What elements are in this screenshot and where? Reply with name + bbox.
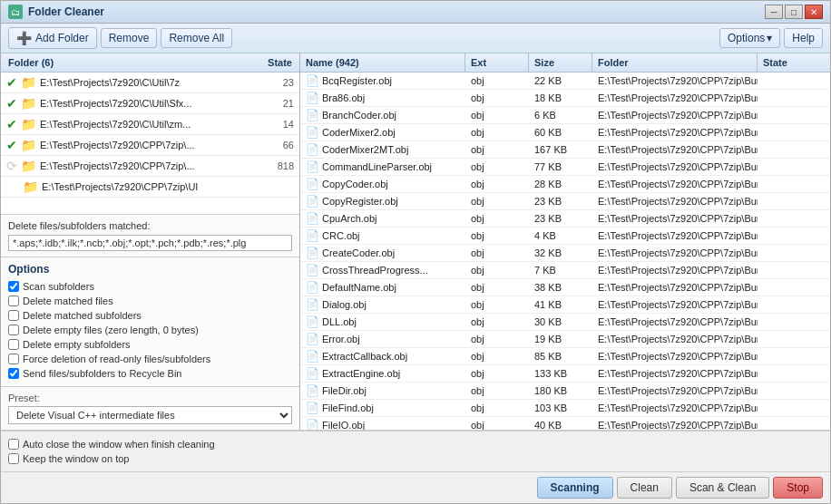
list-item[interactable]: ✔ 📁 E:\Test\Projects\7z920\C\Util\Sfx...… — [1, 93, 299, 114]
table-row[interactable]: 📄DefaultName.obj obj 38 KB E:\Test\Proje… — [300, 279, 830, 296]
check-icon: ✔ — [6, 138, 17, 152]
file-name-cell: 📄CopyRegister.obj — [300, 193, 465, 209]
table-row[interactable]: 📄FileDir.obj obj 180 KB E:\Test\Projects… — [300, 383, 830, 400]
help-button[interactable]: Help — [784, 28, 823, 48]
file-name-cell: 📄BranchCoder.obj — [300, 107, 465, 123]
file-folder-cell: E:\Test\Projects\7z920\CPP\7zip\Bundle..… — [592, 210, 758, 227]
minimize-button[interactable]: ─ — [765, 5, 783, 19]
file-state-cell — [758, 417, 830, 430]
list-item[interactable]: 📁 E:\Test\Projects\7z920\CPP\7zip\UI — [1, 177, 299, 198]
stop-button[interactable]: Stop — [773, 477, 823, 499]
table-row[interactable]: 📄FileFind.obj obj 103 KB E:\Test\Project… — [300, 400, 830, 417]
scan-clean-button[interactable]: Scan & Clean — [676, 477, 769, 499]
spinner-icon: ⟳ — [6, 159, 17, 173]
delete-empty-files-checkbox[interactable] — [8, 325, 19, 335]
table-row[interactable]: 📄CrossThreadProgress... obj 7 KB E:\Test… — [300, 262, 830, 279]
table-row[interactable]: 📄CoderMixer2MT.obj obj 167 KB E:\Test\Pr… — [300, 141, 830, 159]
col-folder-header[interactable]: Folder — [592, 53, 758, 72]
action-buttons: Scanning Clean Scan & Clean Stop — [537, 477, 823, 499]
options-label: Options — [728, 32, 765, 44]
delete-section: Delete files/subfolders matched: — [1, 215, 299, 257]
toolbar-right: Options ▾ Help — [719, 28, 823, 48]
keep-on-top-checkbox[interactable] — [8, 453, 19, 464]
file-state-cell — [758, 193, 830, 209]
file-ext-cell: obj — [465, 383, 529, 399]
file-folder-cell: E:\Test\Projects\7z920\CPP\7zip\Bundle..… — [592, 245, 758, 261]
list-item[interactable]: ✔ 📁 E:\Test\Projects\7z920\CPP\7zip\... … — [1, 135, 299, 156]
table-row[interactable]: 📄CommandLineParser.obj obj 77 KB E:\Test… — [300, 159, 830, 176]
file-state-cell — [758, 210, 830, 227]
force-deletion-checkbox[interactable] — [8, 354, 19, 364]
option-item: Send files/subfolders to Recycle Bin — [8, 366, 292, 381]
file-state-cell — [758, 314, 830, 330]
folder-list: ✔ 📁 E:\Test\Projects\7z920\C\Util\7z 23 … — [1, 73, 299, 215]
table-row[interactable]: 📄CpuArch.obj obj 23 KB E:\Test\Projects\… — [300, 210, 830, 228]
table-row[interactable]: 📄ExtractEngine.obj obj 133 KB E:\Test\Pr… — [300, 365, 830, 383]
delete-label: Delete files/subfolders matched: — [8, 220, 292, 231]
folder-icon: 📁 — [21, 159, 36, 173]
table-row[interactable]: 📄Bra86.obj obj 18 KB E:\Test\Projects\7z… — [300, 90, 830, 107]
folder-icon: 📁 — [21, 117, 36, 131]
list-item[interactable]: ⟳ 📁 E:\Test\Projects\7z920\CPP\7zip\... … — [1, 156, 299, 177]
delete-matched-subfolders-checkbox[interactable] — [8, 310, 19, 321]
table-row[interactable]: 📄CopyCoder.obj obj 28 KB E:\Test\Project… — [300, 176, 830, 193]
file-name-cell: 📄Error.obj — [300, 331, 465, 347]
file-name-cell: 📄CreateCoder.obj — [300, 245, 465, 261]
file-state-cell — [758, 107, 830, 123]
file-state-cell — [758, 331, 830, 347]
col-size-header[interactable]: Size — [529, 53, 592, 72]
table-row[interactable]: 📄Error.obj obj 19 KB E:\Test\Projects\7z… — [300, 331, 830, 348]
file-ext-cell: obj — [465, 245, 529, 261]
bottom-area: Auto close the window when finish cleani… — [1, 430, 830, 503]
send-to-recycle-checkbox[interactable] — [8, 368, 19, 379]
col-ext-header[interactable]: Ext — [465, 53, 529, 72]
table-row[interactable]: 📄BcqRegister.obj obj 22 KB E:\Test\Proje… — [300, 73, 830, 90]
delete-empty-subfolders-checkbox[interactable] — [8, 339, 19, 350]
file-state-cell — [758, 90, 830, 106]
file-folder-cell: E:\Test\Projects\7z920\CPP\7zip\Bundle..… — [592, 141, 758, 158]
scanning-button[interactable]: Scanning — [537, 477, 613, 499]
file-icon: 📄 — [306, 178, 319, 190]
col-state-header[interactable]: State — [758, 53, 830, 72]
remove-all-button[interactable]: Remove All — [161, 28, 232, 48]
table-row[interactable]: 📄BranchCoder.obj obj 6 KB E:\Test\Projec… — [300, 107, 830, 124]
delete-pattern-input[interactable] — [8, 235, 292, 251]
file-ext-cell: obj — [465, 279, 529, 296]
file-size-cell: 167 KB — [529, 141, 592, 158]
left-panel: Folder (6) State ✔ 📁 E:\Test\Projects\7z… — [1, 53, 300, 430]
help-label: Help — [792, 32, 815, 44]
file-icon: 📄 — [306, 109, 319, 121]
table-row[interactable]: 📄CreateCoder.obj obj 32 KB E:\Test\Proje… — [300, 245, 830, 262]
list-item[interactable]: ✔ 📁 E:\Test\Projects\7z920\C\Util\7z 23 — [1, 73, 299, 93]
clean-button[interactable]: Clean — [617, 477, 672, 499]
table-row[interactable]: 📄Dialog.obj obj 41 KB E:\Test\Projects\7… — [300, 296, 830, 314]
col-name-header[interactable]: Name (942) — [300, 53, 465, 72]
maximize-button[interactable]: □ — [785, 5, 803, 19]
table-row[interactable]: 📄CoderMixer2.obj obj 60 KB E:\Test\Proje… — [300, 124, 830, 141]
close-button[interactable]: ✕ — [805, 5, 823, 19]
preset-select[interactable]: Delete Visual C++ intermediate files — [8, 406, 292, 424]
auto-close-checkbox[interactable] — [8, 439, 19, 450]
file-folder-cell: E:\Test\Projects\7z920\CPP\7zip\Bundle..… — [592, 107, 758, 123]
list-item[interactable]: ✔ 📁 E:\Test\Projects\7z920\C\Util\zm... … — [1, 114, 299, 135]
file-size-cell: 77 KB — [529, 159, 592, 175]
file-ext-cell: obj — [465, 159, 529, 175]
file-state-cell — [758, 279, 830, 296]
file-size-cell: 23 KB — [529, 193, 592, 209]
options-dropdown[interactable]: Options ▾ — [719, 28, 780, 48]
file-state-cell — [758, 176, 830, 192]
add-folder-button[interactable]: ➕ Add Folder — [8, 27, 97, 49]
delete-matched-files-checkbox[interactable] — [8, 296, 19, 306]
file-ext-cell: obj — [465, 228, 529, 244]
scan-subfolders-checkbox[interactable] — [8, 281, 19, 292]
remove-button[interactable]: Remove — [101, 28, 158, 48]
file-size-cell: 133 KB — [529, 365, 592, 382]
file-name-cell: 📄ExtractCallback.obj — [300, 348, 465, 364]
table-row[interactable]: 📄CopyRegister.obj obj 23 KB E:\Test\Proj… — [300, 193, 830, 210]
table-row[interactable]: 📄CRC.obj obj 4 KB E:\Test\Projects\7z920… — [300, 228, 830, 245]
table-row[interactable]: 📄FileIO.obj obj 40 KB E:\Test\Projects\7… — [300, 417, 830, 430]
file-icon: 📄 — [306, 367, 319, 380]
table-row[interactable]: 📄ExtractCallback.obj obj 85 KB E:\Test\P… — [300, 348, 830, 365]
window-controls: ─ □ ✕ — [765, 5, 823, 19]
table-row[interactable]: 📄DLL.obj obj 30 KB E:\Test\Projects\7z92… — [300, 314, 830, 331]
